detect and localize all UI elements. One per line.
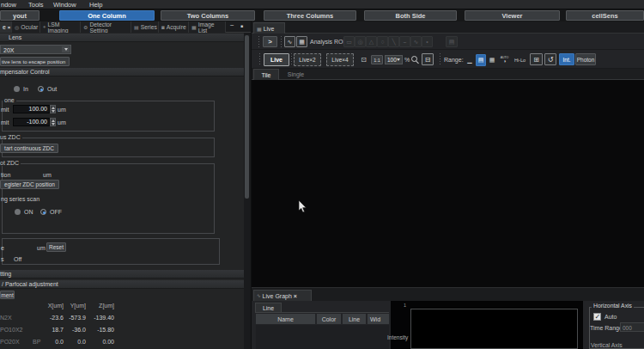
copy-settings-button[interactable]: ⊞ [530,53,543,65]
split-view-icon: ⊟ [425,56,431,64]
auto-contrast-icon: ◑ [503,59,507,63]
left-panel-scrollbar-thumb[interactable] [245,35,249,199]
tab-lsm-imaging[interactable]: ⌖ LSM Imaging [40,21,81,33]
live-image-area[interactable] [252,80,644,287]
ocular-icon: ◎ [15,24,19,30]
toolbar-drag-handle[interactable] [291,53,292,65]
live-button[interactable]: Live [264,53,289,66]
graph-col-header-width[interactable]: Wid [368,314,389,324]
photon-mode-button[interactable]: Photon [575,53,596,65]
split-view-button[interactable]: ⊟ [422,53,434,65]
tab-live[interactable]: ▦ Live [253,22,285,34]
auto-checkbox-label: Auto [605,314,617,320]
register-zdc-button[interactable]: egister ZDC position [0,180,59,189]
escape-lens-button[interactable]: tive lens to escape position [0,57,70,66]
series-scan-label: ng series scan [1,196,39,202]
tab-single[interactable]: Single [280,69,312,80]
setting-section-header: tting [0,270,244,279]
graph-col-header-name[interactable]: Name [256,314,315,324]
roi-rectangle-button[interactable]: ▭ [343,36,355,47]
zoom-tool-button[interactable] [410,54,421,65]
toolbar-drag-handle[interactable] [440,53,440,65]
layout-button-three-columns[interactable]: Three Columns [264,10,356,21]
roi-polygon-button[interactable]: △ [366,36,377,47]
tab-tile[interactable]: Tile [253,69,279,80]
layout-button-cellsens[interactable]: cellSens [566,10,644,21]
roi-freehand-button[interactable]: ○ [377,36,388,47]
auto-contrast-button[interactable]: AUTO ◑ [498,52,511,66]
upper-limit-spinner[interactable] [50,105,56,113]
tab-live-graph[interactable]: ∿ Live Graph × [253,290,312,301]
compensator-in-radio[interactable] [14,86,20,92]
series-scan-on-radio[interactable] [15,209,21,215]
panel-restore-icon[interactable]: ■ [240,23,243,28]
series-scan-off-radio[interactable] [40,209,46,215]
compensator-out-radio[interactable] [38,86,44,92]
live-x2-button[interactable]: Live×2 [294,53,321,66]
tab-ocular[interactable]: ◎ Ocular [12,21,40,33]
histogram-toggle-button[interactable]: ∿ [284,36,295,47]
tab-line-label: Line [263,305,274,311]
live-tab-bar [252,21,644,34]
graph-plot-box[interactable] [410,309,578,349]
range-low-button[interactable]: ▁ [465,54,475,66]
lower-limit-spinner[interactable] [50,118,56,126]
hi-lo-button[interactable]: Hi-Lo [513,54,527,65]
magnification-dropdown[interactable]: 20X [0,45,71,54]
layout-button-viewer[interactable]: Viewer [465,10,560,21]
toolbar-drag-handle[interactable] [258,36,259,47]
grid-toggle-button[interactable]: ▦ [296,36,307,47]
layout-button-partial[interactable]: yout [0,10,39,21]
adjustment-button[interactable]: ment [0,291,15,299]
menu-item-window-partial[interactable]: ndow [1,1,16,9]
layout-button-both-side[interactable]: Both Side [364,10,457,21]
toolbar-drag-handle[interactable] [259,53,260,65]
auto-checkbox[interactable] [593,313,601,321]
range-mid-button[interactable]: ▤ [476,54,486,66]
one-to-one-button[interactable]: 1:1 [371,55,383,64]
tab-image-list-label: Image List [198,21,222,33]
tab-image-list[interactable]: ▦ Image List [189,21,226,33]
close-icon[interactable]: × [8,25,11,30]
graph-col-header-line[interactable]: Line [343,314,366,324]
intensity-mode-button[interactable]: Int. [559,53,574,65]
panel-minimize-icon[interactable]: − [230,21,234,29]
live-x4-button[interactable]: Live×4 [326,53,354,66]
roi-line-button[interactable]: ╲ [388,36,399,47]
menu-item-help[interactable]: Help [89,1,102,9]
magnifier-handle [416,61,419,64]
lower-limit-input[interactable]: -100.00 [13,118,50,126]
close-icon[interactable]: × [294,293,297,299]
graph-col-header-color[interactable]: Color [317,314,341,324]
reset-button[interactable]: Reset [46,242,66,252]
col-header-y: Y[um] [67,303,86,309]
layout-button-two-columns[interactable]: Two Columns [161,10,255,21]
menu-item-tools[interactable]: Tools [28,1,44,9]
roi-list-button[interactable]: ▤ [446,36,458,47]
fit-to-view-button[interactable]: ⊡ [358,54,369,65]
layout-button-one-column[interactable]: One Column [59,10,155,21]
application-window: ndow Tools Window Help yout One Column T… [0,0,644,349]
expand-panel-button[interactable]: > [263,36,277,47]
roi-point-button[interactable]: • [422,36,433,47]
roi-curve-button[interactable]: ∿ [410,36,422,47]
dropdown-arrow-icon[interactable] [62,46,70,52]
upper-limit-input[interactable]: 100.00 [13,105,50,113]
tab-active-partial[interactable]: e × [0,21,12,33]
reset-settings-button[interactable]: ↺ [544,53,556,65]
tab-live-label: Live [264,26,275,32]
range-full-button[interactable]: ▦ [487,54,497,66]
menu-item-window[interactable]: Window [53,1,76,9]
zoom-dropdown[interactable]: 100 [385,55,403,64]
tab-detector-setting-label: Detector Setting [89,21,128,33]
start-continuous-zdc-button[interactable]: tart continuous ZDC [0,144,58,153]
series-scan-off-label: OFF [50,209,62,215]
tab-series[interactable]: ▤ Series [131,21,159,33]
graph-table-body[interactable] [256,325,389,349]
tab-detector-setting[interactable]: ⚙ Detector Setting [81,21,131,33]
toolbar-drag-handle[interactable] [281,36,282,47]
roi-ellipse-button[interactable]: ◎ [355,36,366,47]
roi-polyline-button[interactable]: ⌣ [399,36,410,47]
tab-acquire[interactable]: ◙ Acquire [159,21,189,33]
time-range-input[interactable]: 000 [620,322,644,332]
